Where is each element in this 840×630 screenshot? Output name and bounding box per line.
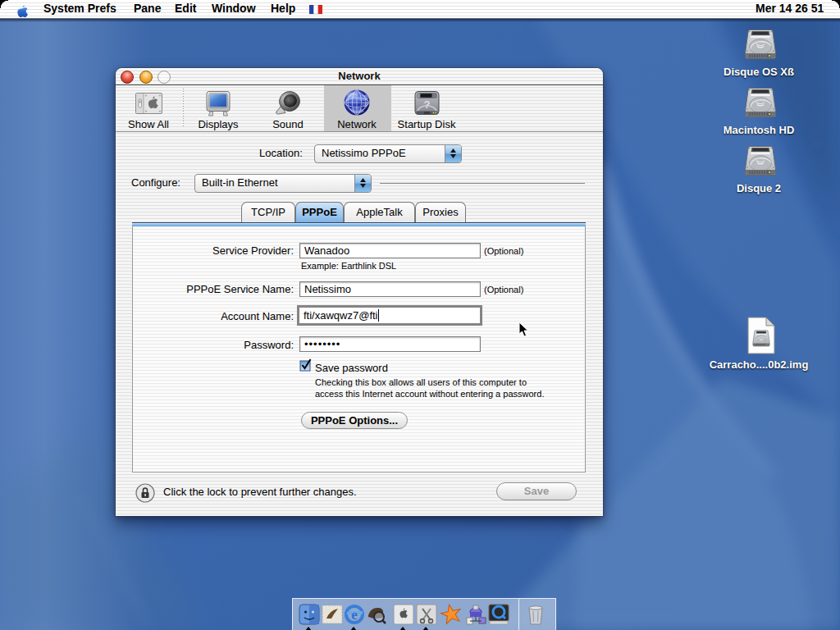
svg-text:?: ?	[423, 98, 430, 111]
svg-text:e: e	[351, 607, 358, 623]
